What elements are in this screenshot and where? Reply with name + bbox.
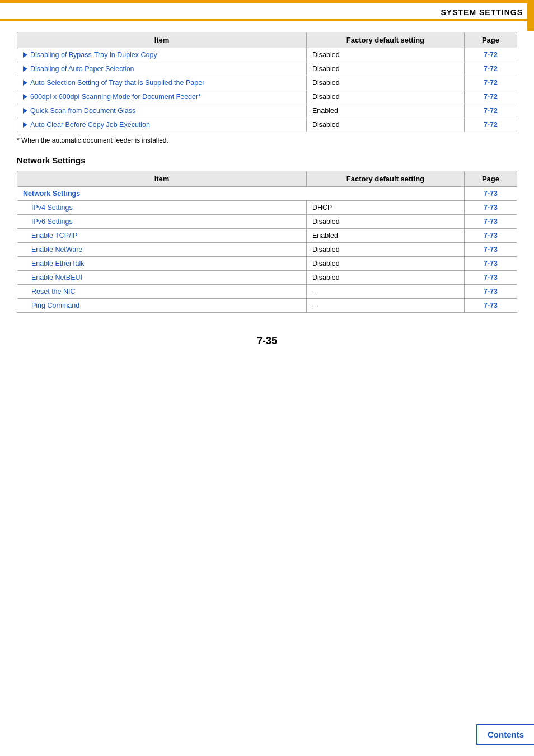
- table-row: Auto Clear Before Copy Job ExecutionDisa…: [17, 118, 517, 132]
- page-cell: 7-72: [464, 48, 517, 62]
- net-factory-cell: –: [307, 285, 465, 299]
- col-header-factory: Factory default setting: [307, 32, 465, 48]
- net-page-link[interactable]: 7-73: [484, 274, 498, 281]
- item-cell[interactable]: Disabling of Bypass-Tray in Duplex Copy: [17, 48, 307, 62]
- item-link[interactable]: Disabling of Auto Paper Selection: [30, 65, 134, 73]
- page-cell: 7-72: [464, 62, 517, 76]
- arrow-icon: [23, 122, 27, 128]
- page-number: 7-35: [17, 335, 517, 347]
- item-link[interactable]: Quick Scan from Document Glass: [30, 107, 135, 115]
- net-page-cell: 7-73: [464, 243, 517, 257]
- page-link[interactable]: 7-72: [484, 65, 498, 73]
- factory-cell: Disabled: [307, 76, 465, 90]
- net-factory-cell: Disabled: [307, 243, 465, 257]
- net-item-link[interactable]: IPv4 Settings: [31, 204, 73, 212]
- net-page-link[interactable]: 7-73: [484, 260, 498, 267]
- net-col-header-item: Item: [17, 171, 307, 187]
- contents-button[interactable]: Contents: [476, 724, 534, 745]
- factory-cell: Disabled: [307, 48, 465, 62]
- net-factory-cell: Disabled: [307, 257, 465, 271]
- table-row: IPv6 SettingsDisabled7-73: [17, 215, 517, 229]
- arrow-icon: [23, 52, 27, 58]
- table-row: Disabling of Bypass-Tray in Duplex CopyD…: [17, 48, 517, 62]
- net-item-cell[interactable]: Enable TCP/IP: [17, 229, 307, 243]
- page-cell: 7-72: [464, 118, 517, 132]
- net-page-cell: 7-73: [464, 271, 517, 285]
- net-factory-cell: –: [307, 299, 465, 313]
- page-link[interactable]: 7-72: [484, 79, 498, 87]
- net-item-cell[interactable]: Enable NetWare: [17, 243, 307, 257]
- net-item-cell[interactable]: IPv4 Settings: [17, 201, 307, 215]
- table-row: Auto Selection Setting of Tray that is S…: [17, 76, 517, 90]
- net-page-link[interactable]: 7-73: [484, 246, 498, 253]
- table-row: Enable NetBEUIDisabled7-73: [17, 271, 517, 285]
- item-link[interactable]: Disabling of Bypass-Tray in Duplex Copy: [30, 51, 157, 59]
- table-row: Network Settings7-73: [17, 187, 517, 201]
- item-cell[interactable]: Quick Scan from Document Glass: [17, 104, 307, 118]
- net-item-link[interactable]: Reset the NIC: [31, 288, 76, 295]
- net-page-link[interactable]: 7-73: [484, 302, 498, 309]
- table-row: Enable TCP/IPEnabled7-73: [17, 229, 517, 243]
- page-link[interactable]: 7-72: [484, 121, 498, 129]
- item-cell[interactable]: 600dpi x 600dpi Scanning Mode for Docume…: [17, 90, 307, 104]
- net-page-cell: 7-73: [464, 257, 517, 271]
- top-table: Item Factory default setting Page Disabl…: [17, 32, 517, 132]
- item-cell[interactable]: Auto Clear Before Copy Job Execution: [17, 118, 307, 132]
- page-link[interactable]: 7-72: [484, 93, 498, 101]
- net-item-link[interactable]: IPv6 Settings: [31, 218, 73, 226]
- net-header-link[interactable]: Network Settings: [23, 190, 80, 198]
- net-page-link[interactable]: 7-73: [484, 204, 498, 212]
- net-factory-cell: Disabled: [307, 215, 465, 229]
- col-header-item: Item: [17, 32, 307, 48]
- net-item-cell[interactable]: Ping Command: [17, 299, 307, 313]
- net-page-cell: 7-73: [464, 215, 517, 229]
- factory-cell: Enabled: [307, 104, 465, 118]
- net-col-header-factory: Factory default setting: [307, 171, 465, 187]
- net-item-cell[interactable]: IPv6 Settings: [17, 215, 307, 229]
- factory-cell: Disabled: [307, 62, 465, 76]
- table-row: Quick Scan from Document GlassEnabled7-7…: [17, 104, 517, 118]
- net-page-cell: 7-73: [464, 299, 517, 313]
- footnote: * When the automatic document feeder is …: [17, 137, 517, 144]
- net-col-header-page: Page: [464, 171, 517, 187]
- net-factory-cell: Disabled: [307, 271, 465, 285]
- item-link[interactable]: 600dpi x 600dpi Scanning Mode for Docume…: [30, 93, 201, 101]
- net-page-link[interactable]: 7-73: [484, 232, 498, 240]
- table-row: Ping Command–7-73: [17, 299, 517, 313]
- net-item-cell[interactable]: Network Settings: [17, 187, 465, 201]
- item-cell[interactable]: Auto Selection Setting of Tray that is S…: [17, 76, 307, 90]
- net-page-cell: 7-73: [464, 229, 517, 243]
- net-page-cell: 7-73: [464, 201, 517, 215]
- net-page-cell: 7-73: [464, 187, 517, 201]
- net-item-link[interactable]: Enable TCP/IP: [31, 232, 77, 240]
- page-cell: 7-72: [464, 90, 517, 104]
- page-cell: 7-72: [464, 76, 517, 90]
- item-link[interactable]: Auto Clear Before Copy Job Execution: [30, 121, 150, 129]
- item-link[interactable]: Auto Selection Setting of Tray that is S…: [30, 79, 204, 87]
- arrow-icon: [23, 108, 27, 114]
- net-item-cell[interactable]: Reset the NIC: [17, 285, 307, 299]
- arrow-icon: [23, 66, 27, 72]
- page-content: Item Factory default setting Page Disabl…: [0, 21, 534, 381]
- net-item-link[interactable]: Ping Command: [31, 302, 79, 309]
- net-item-cell[interactable]: Enable EtherTalk: [17, 257, 307, 271]
- col-header-page: Page: [464, 32, 517, 48]
- table-row: Disabling of Auto Paper SelectionDisable…: [17, 62, 517, 76]
- net-page-link[interactable]: 7-73: [484, 218, 498, 226]
- net-page-link[interactable]: 7-73: [484, 190, 498, 198]
- factory-cell: Disabled: [307, 90, 465, 104]
- page-link[interactable]: 7-72: [484, 107, 498, 115]
- net-item-link[interactable]: Enable NetWare: [31, 246, 82, 253]
- net-item-cell[interactable]: Enable NetBEUI: [17, 271, 307, 285]
- net-page-cell: 7-73: [464, 285, 517, 299]
- net-item-link[interactable]: Enable NetBEUI: [31, 274, 82, 281]
- net-item-link[interactable]: Enable EtherTalk: [31, 260, 85, 267]
- net-factory-cell: Enabled: [307, 229, 465, 243]
- table-row: Enable NetWareDisabled7-73: [17, 243, 517, 257]
- item-cell[interactable]: Disabling of Auto Paper Selection: [17, 62, 307, 76]
- net-page-link[interactable]: 7-73: [484, 288, 498, 295]
- page-link[interactable]: 7-72: [484, 51, 498, 59]
- table-row: 600dpi x 600dpi Scanning Mode for Docume…: [17, 90, 517, 104]
- arrow-icon: [23, 80, 27, 86]
- network-section-title: Network Settings: [17, 156, 517, 165]
